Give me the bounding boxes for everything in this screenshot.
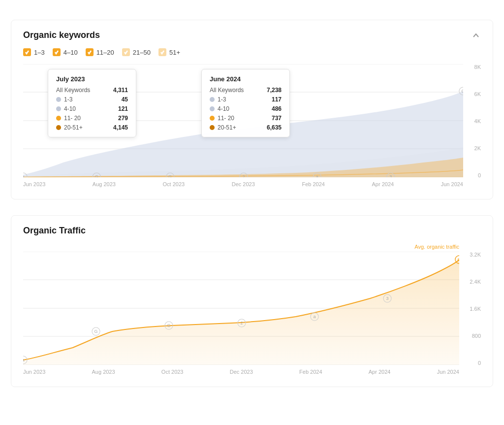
tx-label-0: Jun 2023 [23,369,45,375]
tooltip-july-label-1: 4-10 [56,105,76,112]
tooltip-june-dot-1 [210,106,215,111]
tooltip-june-all-value: 7,238 [267,87,282,94]
y-label-2k: 2K [474,145,481,151]
filter-1-3[interactable]: 1–3 [23,48,45,56]
tooltip-june-label-1: 4-10 [210,105,229,112]
traffic-section-title: Organic Traffic [23,226,86,236]
tooltip-july-all-label: All Keywords [56,87,90,94]
filter-11-20[interactable]: 11–20 [86,48,114,56]
y-label-4k: 4K [474,118,481,124]
tooltip-june-val-2: 737 [272,115,282,122]
section-header: Organic keywords [23,30,481,40]
keywords-chart-wrapper: July 2023 All Keywords 4,311 1-3 45 [23,64,481,189]
x-label-0: Jun 2023 [23,181,45,187]
svg-text:G: G [94,329,97,334]
filter-row: 1–3 4–10 11–20 21–50 [23,48,481,56]
svg-text:G: G [95,174,98,177]
tx-label-1: Aug 2023 [92,369,115,375]
traffic-chart-svg-wrapper: a G G 2 a 3 G [23,252,459,377]
svg-text:3: 3 [386,296,388,301]
x-label-2: Oct 2023 [163,181,185,187]
keywords-x-axis: Jun 2023 Aug 2023 Oct 2023 Dec 2023 Feb … [23,179,463,189]
tooltip-container: July 2023 All Keywords 4,311 1-3 45 [48,69,290,137]
traffic-x-axis: Jun 2023 Aug 2023 Oct 2023 Dec 2023 Feb … [23,367,459,377]
tooltip-july-label-2: 11- 20 [56,115,81,122]
tooltip-june-dot-3 [210,125,215,130]
y-label-0: 0 [478,172,481,178]
tooltip-june-row-0: 1-3 117 [210,96,282,103]
tooltip-july-row-2: 11- 20 279 [56,115,128,122]
tooltip-july-2023: July 2023 All Keywords 4,311 1-3 45 [48,69,136,137]
tooltip-july-val-3: 4,145 [113,124,128,131]
tooltip-june-label-0: 1-3 [210,96,226,103]
filter-4-10[interactable]: 4–10 [53,48,78,56]
checkbox-11-20[interactable] [86,48,94,56]
tooltip-july-dot-1 [56,106,61,111]
tooltip-july-dot-3 [56,125,61,130]
x-label-4: Feb 2024 [302,181,324,187]
tooltip-july-row-1: 4-10 121 [56,105,128,112]
svg-text:2: 2 [240,321,243,326]
checkbox-1-3[interactable] [23,48,31,56]
section-title: Organic keywords [23,30,100,40]
svg-text:G: G [457,257,459,262]
filter-label-4-10: 4–10 [63,49,78,56]
filter-51plus[interactable]: 51+ [158,48,180,56]
svg-text:G: G [167,323,170,328]
x-label-1: Aug 2023 [93,181,116,187]
traffic-chart-container: Avg. organic traffic [23,244,481,377]
filter-label-21-50: 21–50 [133,49,151,56]
tooltip-july-all-value: 4,311 [113,87,128,94]
checkbox-21-50[interactable] [122,48,130,56]
ty-label-0: 0 [478,360,481,366]
tooltip-june-row-1: 4-10 486 [210,105,282,112]
checkbox-51plus[interactable] [158,48,166,56]
tooltip-june-row-3: 20-51+ 6,635 [210,124,282,131]
tooltip-july-title: July 2023 [56,75,128,83]
tooltip-july-label-0: 1-3 [56,96,72,103]
avg-traffic-label: Avg. organic traffic [23,244,481,250]
tooltip-july-label-3: 20-51+ [56,124,83,131]
tooltip-july-val-0: 45 [122,96,128,103]
tx-label-4: Feb 2024 [299,369,322,375]
x-label-5: Apr 2024 [372,181,394,187]
tooltip-june-title: June 2024 [210,75,282,83]
x-label-6: Jun 2024 [441,181,463,187]
filter-label-51plus: 51+ [169,49,180,56]
organic-keywords-section: Organic keywords 1–3 4–10 [11,20,493,199]
filter-label-1-3: 1–3 [34,49,45,56]
tooltip-june-all: All Keywords 7,238 [210,87,282,94]
tooltip-july-dot-0 [56,97,61,102]
checkbox-4-10[interactable] [53,48,61,56]
tx-label-5: Apr 2024 [369,369,391,375]
tooltip-june-all-label: All Keywords [210,87,244,94]
traffic-chart-area: a G G 2 a 3 G [23,252,481,377]
keywords-y-axis: 8K 6K 4K 2K 0 [463,64,481,189]
tooltip-june-val-0: 117 [272,96,282,103]
ty-label-800: 800 [472,333,481,339]
tooltip-june-dot-2 [210,116,215,121]
collapse-button[interactable] [471,31,481,40]
tooltip-june-label-2: 11- 20 [210,115,234,122]
traffic-y-axis: 3.2K 2.4K 1.6K 800 0 [459,252,481,377]
filter-21-50[interactable]: 21–50 [122,48,151,56]
tooltip-june-val-3: 6,635 [267,124,282,131]
organic-traffic-section: Organic Traffic Avg. organic traffic [11,215,493,387]
x-label-3: Dec 2023 [232,181,255,187]
y-label-8k: 8K [474,64,481,70]
tooltip-july-all: All Keywords 4,311 [56,87,128,94]
svg-text:G: G [168,174,172,177]
tooltip-june-row-2: 11- 20 737 [210,115,282,122]
svg-text:2: 2 [242,174,245,177]
svg-text:3: 3 [389,174,392,177]
ty-label-32k: 3.2K [470,252,481,258]
tooltip-june-dot-0 [210,97,215,102]
ty-label-24k: 2.4K [470,279,481,285]
tooltip-july-val-1: 121 [118,105,128,112]
tx-label-2: Oct 2023 [161,369,184,375]
tooltip-june-2024: June 2024 All Keywords 7,238 1-3 117 [201,69,290,137]
tooltip-june-label-3: 20-51+ [210,124,236,131]
tooltip-july-dot-2 [56,116,61,121]
tx-label-6: Jun 2024 [437,369,459,375]
traffic-chart-svg: a G G 2 a 3 G [23,252,459,365]
